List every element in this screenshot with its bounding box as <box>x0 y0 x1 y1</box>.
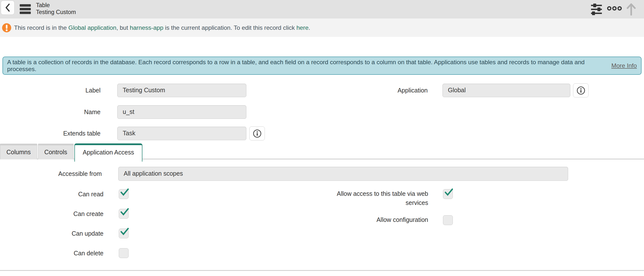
checkmark-icon <box>444 188 454 197</box>
allow-web-services-checkbox[interactable] <box>443 189 453 199</box>
back-button[interactable] <box>1 0 14 15</box>
table-record-page: Table Testing Custom This record is in t… <box>0 0 644 276</box>
info-icon <box>253 129 262 138</box>
page-title: Table Testing Custom <box>36 2 76 15</box>
record-type-title: Table <box>36 2 76 9</box>
can-delete-checkbox[interactable] <box>119 248 128 258</box>
allow-configuration-label: Allow configuration <box>317 215 428 224</box>
extends-table-field-label: Extends table <box>0 127 100 140</box>
label-field-input[interactable]: Testing Custom <box>117 84 246 97</box>
more-options-icon[interactable] <box>607 5 622 11</box>
edit-here-link[interactable]: here <box>296 24 308 31</box>
accessible-from-select[interactable]: All application scopes <box>118 167 568 181</box>
checkmark-icon <box>120 188 130 197</box>
application-info-button[interactable] <box>573 83 588 97</box>
form-tabs: Columns Controls Application Access <box>0 144 644 159</box>
can-update-label: Can update <box>0 229 104 238</box>
harness-app-link[interactable]: harness-app <box>130 24 163 31</box>
chevron-left-icon <box>5 3 10 12</box>
checkmark-icon <box>120 207 130 216</box>
extends-table-info-button[interactable] <box>249 127 265 140</box>
form-context-menu-icon[interactable] <box>20 4 31 15</box>
can-read-label: Can read <box>0 189 104 199</box>
extends-table-field-input[interactable]: Task <box>117 127 246 140</box>
scroll-to-top-icon[interactable] <box>626 2 636 16</box>
warning-message: This record is in the Global application… <box>14 24 310 31</box>
can-read-checkbox[interactable] <box>119 189 128 199</box>
application-field-input[interactable]: Global <box>442 84 570 97</box>
allow-configuration-checkbox[interactable] <box>443 215 453 225</box>
tab-application-access[interactable]: Application Access <box>74 143 142 162</box>
can-create-label: Can create <box>0 209 104 219</box>
name-field-label: Name <box>0 105 100 119</box>
tab-columns[interactable]: Columns <box>0 144 37 159</box>
info-icon <box>576 86 585 95</box>
can-delete-label: Can delete <box>0 248 104 258</box>
can-update-checkbox[interactable] <box>119 229 128 238</box>
header: Table Testing Custom <box>0 0 644 18</box>
table-info-banner: A table is a collection of records in th… <box>2 57 642 75</box>
more-info-link[interactable]: More Info <box>612 62 637 69</box>
personalize-form-icon[interactable] <box>591 3 602 15</box>
global-application-link[interactable]: Global application <box>68 24 116 31</box>
application-field-label: Application <box>327 84 428 97</box>
checkmark-icon <box>120 227 130 236</box>
name-field-input[interactable]: u_st <box>117 105 246 119</box>
record-name-title: Testing Custom <box>36 9 76 15</box>
banner-text: A table is a collection of records in th… <box>7 59 609 73</box>
tab-controls[interactable]: Controls <box>38 144 74 159</box>
application-access-panel: Accessible from All application scopes C… <box>0 160 644 271</box>
accessible-from-label: Accessible from <box>0 167 102 181</box>
can-create-checkbox[interactable] <box>119 209 128 219</box>
cross-scope-warning-bar: This record is in the Global application… <box>0 19 644 37</box>
allow-web-services-label: Allow access to this table via web servi… <box>317 189 428 207</box>
warning-icon <box>2 23 11 32</box>
label-field-label: Label <box>0 84 100 97</box>
